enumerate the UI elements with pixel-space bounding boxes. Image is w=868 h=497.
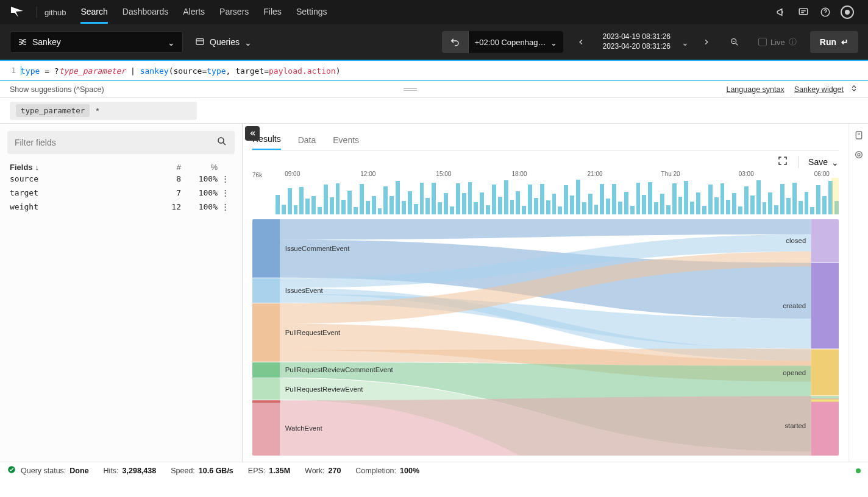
parameter-chip[interactable]: type_parameter * bbox=[10, 102, 197, 120]
zoom-out-button[interactable] bbox=[724, 31, 745, 53]
run-button[interactable]: Run ↵ bbox=[810, 31, 858, 53]
nav-search[interactable]: Search bbox=[80, 7, 107, 18]
nav-settings[interactable]: Settings bbox=[296, 7, 327, 18]
chevron-down-icon: ⌄ bbox=[244, 38, 252, 48]
timeline-highlight bbox=[831, 178, 839, 214]
announce-icon[interactable] bbox=[770, 1, 792, 23]
editor-footer: Show suggestions (^Space) Language synta… bbox=[0, 81, 868, 98]
nav-alerts[interactable]: Alerts bbox=[183, 7, 205, 18]
top-nav: github Search Dashboards Alerts Parsers … bbox=[0, 0, 868, 24]
timezone-dropdown[interactable]: +02:00 Copenhag… ⌄ bbox=[469, 31, 564, 53]
filter-input[interactable] bbox=[15, 138, 216, 147]
field-pct: 100% bbox=[181, 188, 218, 197]
svg-text:IssueCommentEvent: IssueCommentEvent bbox=[285, 245, 350, 252]
svg-rect-15 bbox=[252, 400, 280, 456]
pct-col-header[interactable]: % bbox=[181, 163, 218, 172]
chevron-down-icon[interactable]: ⌄ bbox=[681, 38, 689, 48]
queries-label: Queries bbox=[210, 37, 240, 47]
field-row[interactable]: source 8 100% ⋮ bbox=[7, 172, 235, 186]
time-start: 2023-04-19 08:31:26 bbox=[602, 32, 670, 42]
timeline-bars bbox=[276, 179, 839, 214]
sankey-widget-link[interactable]: Sankey widget bbox=[794, 85, 844, 94]
fullscreen-button[interactable] bbox=[777, 155, 788, 168]
undo-button[interactable] bbox=[442, 31, 469, 53]
tab-events[interactable]: Events bbox=[333, 135, 359, 150]
language-syntax-link[interactable]: Language syntax bbox=[726, 85, 784, 94]
svg-rect-9 bbox=[252, 303, 280, 362]
sort-icon: ↓ bbox=[35, 163, 40, 172]
chat-icon[interactable] bbox=[792, 1, 814, 23]
svg-rect-5 bbox=[252, 219, 280, 278]
nav-files[interactable]: Files bbox=[263, 7, 282, 18]
divider bbox=[798, 156, 799, 168]
result-tabs: Results Data Events bbox=[252, 130, 839, 150]
results-area: Results Data Events Save ⌄ 76k 09:0012:0… bbox=[243, 124, 868, 462]
svg-text:WatchEvent: WatchEvent bbox=[285, 425, 323, 432]
more-icon[interactable]: ⋮ bbox=[218, 202, 232, 211]
filter-fields-input[interactable] bbox=[7, 131, 235, 154]
time-prev-button[interactable] bbox=[571, 31, 591, 53]
suggestions-hint[interactable]: Show suggestions (^Space) bbox=[10, 85, 104, 94]
time-next-button[interactable] bbox=[696, 31, 717, 53]
status-speed: Speed: 10.6 GB/s bbox=[171, 467, 233, 475]
more-icon[interactable]: ⋮ bbox=[218, 174, 232, 183]
parameter-name: type_parameter bbox=[16, 104, 90, 117]
field-name: target bbox=[10, 188, 144, 197]
rail-icon-2[interactable] bbox=[853, 149, 864, 160]
status-completion: Completion: 100% bbox=[355, 467, 419, 475]
drag-handle-icon[interactable] bbox=[401, 86, 419, 93]
field-row[interactable]: weight 12 100% ⋮ bbox=[7, 200, 235, 214]
timeline-ylabel: 76k bbox=[252, 172, 262, 178]
more-icon[interactable]: ⋮ bbox=[218, 188, 232, 197]
query-code[interactable]: type = ?type_parameter | sankey(source=t… bbox=[21, 66, 340, 76]
svg-rect-23 bbox=[811, 396, 839, 456]
parameter-row: type_parameter * bbox=[0, 98, 868, 124]
svg-text:PullRequestReviewEvent: PullRequestReviewEvent bbox=[285, 386, 364, 393]
sankey-chart[interactable]: IssueCommentEventIssuesEventPullRequestE… bbox=[252, 219, 839, 456]
save-dropdown[interactable]: Save ⌄ bbox=[808, 157, 839, 167]
svg-rect-2 bbox=[196, 39, 204, 44]
viewtype-dropdown[interactable]: Sankey ⌄ bbox=[10, 31, 183, 53]
fields-col-header[interactable]: Fields ↓ bbox=[10, 163, 144, 172]
viewtype-label: Sankey bbox=[32, 37, 61, 47]
svg-rect-0 bbox=[799, 9, 808, 15]
field-pct: 100% bbox=[181, 202, 218, 211]
timezone-label: +02:00 Copenhag… bbox=[475, 38, 546, 47]
svg-point-29 bbox=[855, 152, 862, 158]
search-icon[interactable] bbox=[216, 136, 227, 150]
nav-parsers[interactable]: Parsers bbox=[219, 7, 249, 18]
query-editor[interactable]: 1 type = ?type_parameter | sankey(source… bbox=[0, 60, 868, 81]
collapse-sidebar-button[interactable] bbox=[245, 126, 260, 141]
time-range[interactable]: 2023-04-19 08:31:26 2023-04-20 08:31:26 bbox=[599, 32, 674, 51]
fields-header: Fields ↓ # % bbox=[7, 163, 235, 172]
svg-point-4 bbox=[218, 138, 224, 143]
expand-icon[interactable] bbox=[850, 84, 858, 94]
nav-dashboards[interactable]: Dashboards bbox=[123, 7, 169, 18]
field-row[interactable]: target 7 100% ⋮ bbox=[7, 186, 235, 200]
field-pct: 100% bbox=[181, 174, 218, 183]
timeline-chart[interactable]: 76k 09:0012:0015:0018:0021:00Thu 2003:00… bbox=[257, 171, 839, 214]
tab-data[interactable]: Data bbox=[298, 135, 316, 150]
svg-rect-21 bbox=[811, 349, 839, 395]
svg-rect-19 bbox=[811, 263, 839, 349]
project-name[interactable]: github bbox=[44, 8, 66, 17]
svg-rect-13 bbox=[252, 378, 280, 400]
chevron-down-icon: ⌄ bbox=[168, 38, 175, 48]
svg-rect-26 bbox=[811, 400, 839, 402]
user-avatar[interactable] bbox=[836, 1, 858, 23]
info-icon: ⓘ bbox=[789, 37, 797, 48]
fields-sidebar: Fields ↓ # % source 8 100% ⋮target 7 100… bbox=[0, 124, 243, 462]
live-toggle[interactable]: Live ⓘ bbox=[752, 37, 803, 48]
chevron-down-icon: ⌄ bbox=[550, 38, 557, 48]
field-name: source bbox=[10, 174, 144, 183]
timeline-ticks: 09:0012:0015:0018:0021:00Thu 2003:0006:0… bbox=[276, 171, 839, 178]
svg-text:PullRequestEvent: PullRequestEvent bbox=[285, 329, 341, 336]
status-dot-icon bbox=[856, 468, 861, 473]
brand-logo[interactable] bbox=[10, 4, 24, 21]
rail-icon-1[interactable] bbox=[853, 130, 864, 141]
queries-dropdown[interactable]: Queries ⌄ bbox=[190, 37, 257, 47]
help-icon[interactable] bbox=[814, 1, 836, 23]
count-col-header[interactable]: # bbox=[144, 163, 181, 172]
field-count: 8 bbox=[144, 174, 181, 183]
svg-rect-11 bbox=[252, 362, 280, 378]
